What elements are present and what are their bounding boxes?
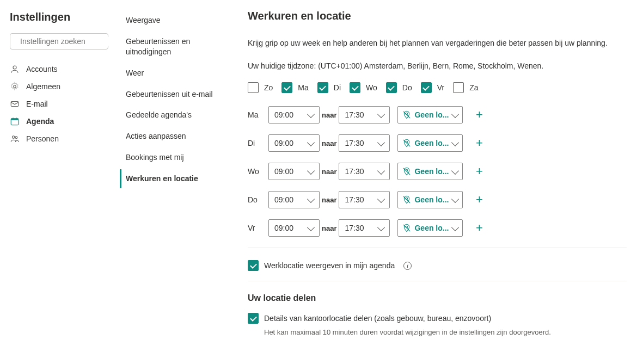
- person-icon: [10, 64, 20, 74]
- share-details-row: Details van kantoorlocatie delen (zoals …: [248, 313, 627, 324]
- end-time-value: 17:30: [345, 110, 364, 119]
- checkbox-wo[interactable]: [350, 82, 360, 93]
- people-icon: [10, 134, 20, 144]
- checkbox-za[interactable]: [453, 82, 464, 93]
- chevron-down-icon: [377, 138, 385, 146]
- info-icon[interactable]: i: [403, 262, 412, 270]
- divider: [248, 248, 627, 248]
- end-time-select[interactable]: 17:30: [339, 163, 390, 180]
- checkbox-vr[interactable]: [421, 82, 432, 93]
- chevron-down-icon: [307, 110, 315, 118]
- row-day-label: Vr: [248, 224, 268, 232]
- naar-label: naar: [322, 139, 336, 147]
- row-day-label: Wo: [248, 167, 268, 176]
- add-time-button[interactable]: +: [473, 137, 486, 150]
- start-time-select[interactable]: 09:00: [268, 134, 320, 152]
- day-label-wo: Wo: [366, 83, 377, 92]
- location-off-icon: [402, 224, 411, 232]
- location-select[interactable]: Geen lo...: [397, 163, 463, 180]
- add-time-button[interactable]: +: [473, 221, 486, 235]
- checkbox-zo[interactable]: [248, 82, 259, 93]
- show-location-label: Werklocatie weergeven in mijn agenda: [264, 261, 395, 270]
- settings-nav-column: Instellingen Accounts Algemeen E-mail Ag…: [0, 0, 117, 364]
- start-time-value: 09:00: [274, 110, 293, 119]
- add-time-button[interactable]: +: [473, 108, 486, 121]
- naar-label: naar: [322, 168, 336, 176]
- chevron-down-icon: [307, 138, 315, 146]
- subnav-weergave[interactable]: Weergave: [123, 11, 231, 30]
- start-time-select[interactable]: 09:00: [268, 106, 320, 124]
- end-time-value: 17:30: [345, 139, 364, 147]
- nav-agenda[interactable]: Agenda: [10, 113, 108, 130]
- add-time-button[interactable]: +: [473, 193, 486, 206]
- subnav-acties-aanpassen[interactable]: Acties aanpassen: [123, 127, 231, 146]
- nav-accounts[interactable]: Accounts: [10, 60, 108, 78]
- day-label-vr: Vr: [437, 83, 444, 92]
- location-off-icon: [402, 139, 411, 147]
- checkbox-show-location[interactable]: [248, 260, 259, 271]
- chevron-down-icon: [307, 223, 315, 231]
- settings-search-input[interactable]: [20, 37, 115, 46]
- settings-search[interactable]: [10, 33, 108, 50]
- svg-point-8: [15, 137, 17, 139]
- row-day-label: Di: [248, 139, 268, 147]
- end-time-select[interactable]: 17:30: [339, 219, 390, 237]
- svg-point-1: [14, 85, 16, 88]
- page-title: Werkuren en locatie: [248, 10, 627, 22]
- location-select[interactable]: Geen lo...: [397, 134, 463, 152]
- location-select[interactable]: Geen lo...: [397, 191, 463, 208]
- chevron-down-icon: [451, 223, 459, 231]
- nav-algemeen[interactable]: Algemeen: [10, 78, 108, 95]
- timezone-text: Uw huidige tijdzone: (UTC+01:00) Amsterd…: [248, 61, 627, 70]
- subnav-bookings[interactable]: Bookings met mij: [123, 148, 231, 167]
- time-row: Di09:00naar17:30Geen lo...+: [248, 134, 627, 152]
- add-time-button[interactable]: +: [473, 165, 486, 178]
- agenda-subnav-column: Weergave Gebeurtenissen en uitnodigingen…: [117, 0, 237, 364]
- subnav-gebeurtenissen-email[interactable]: Gebeurtenissen uit e-mail: [123, 85, 231, 104]
- start-time-select[interactable]: 09:00: [268, 163, 320, 180]
- checkbox-share-details[interactable]: [248, 313, 259, 324]
- end-time-select[interactable]: 17:30: [339, 191, 390, 208]
- end-time-select[interactable]: 17:30: [339, 134, 390, 152]
- checkbox-di[interactable]: [317, 82, 328, 93]
- chevron-down-icon: [451, 110, 459, 118]
- start-time-value: 09:00: [274, 224, 293, 232]
- mail-icon: [10, 99, 20, 109]
- location-value: Geen lo...: [414, 139, 449, 147]
- subnav-weer[interactable]: Weer: [123, 64, 231, 83]
- nav-label: Accounts: [26, 65, 58, 73]
- checkbox-do[interactable]: [386, 82, 397, 93]
- checkbox-ma[interactable]: [281, 82, 292, 93]
- subnav-gedeelde-agendas[interactable]: Gedeelde agenda's: [123, 106, 231, 125]
- row-day-label: Do: [248, 195, 268, 204]
- location-value: Geen lo...: [414, 224, 449, 232]
- end-time-select[interactable]: 17:30: [339, 106, 390, 124]
- svg-point-7: [13, 136, 15, 139]
- start-time-value: 09:00: [274, 195, 293, 204]
- time-row: Do09:00naar17:30Geen lo...+: [248, 191, 627, 208]
- location-off-icon: [402, 110, 411, 119]
- day-label-zo: Zo: [264, 83, 273, 92]
- nav-personen[interactable]: Personen: [10, 130, 108, 147]
- gear-icon: [10, 82, 20, 91]
- start-time-value: 09:00: [274, 139, 293, 147]
- start-time-select[interactable]: 09:00: [268, 219, 320, 237]
- svg-point-0: [13, 66, 16, 69]
- divider: [248, 281, 627, 281]
- subnav-gebeurtenissen[interactable]: Gebeurtenissen en uitnodigingen: [123, 32, 231, 61]
- subnav-werkuren[interactable]: Werkuren en locatie: [120, 169, 231, 188]
- day-label-do: Do: [402, 83, 412, 92]
- location-select[interactable]: Geen lo...: [397, 106, 463, 124]
- location-off-icon: [402, 195, 411, 204]
- settings-title: Instellingen: [10, 11, 108, 23]
- main-content: Werkuren en locatie Krijg grip op uw wee…: [237, 0, 643, 364]
- chevron-down-icon: [307, 166, 315, 174]
- show-location-row: Werklocatie weergeven in mijn agenda i: [248, 260, 627, 271]
- nav-email[interactable]: E-mail: [10, 95, 108, 113]
- location-select[interactable]: Geen lo...: [397, 219, 463, 237]
- time-row: Ma09:00naar17:30Geen lo...+: [248, 106, 627, 124]
- end-time-value: 17:30: [345, 195, 364, 204]
- start-time-select[interactable]: 09:00: [268, 191, 320, 208]
- chevron-down-icon: [377, 195, 385, 202]
- chevron-down-icon: [451, 138, 459, 146]
